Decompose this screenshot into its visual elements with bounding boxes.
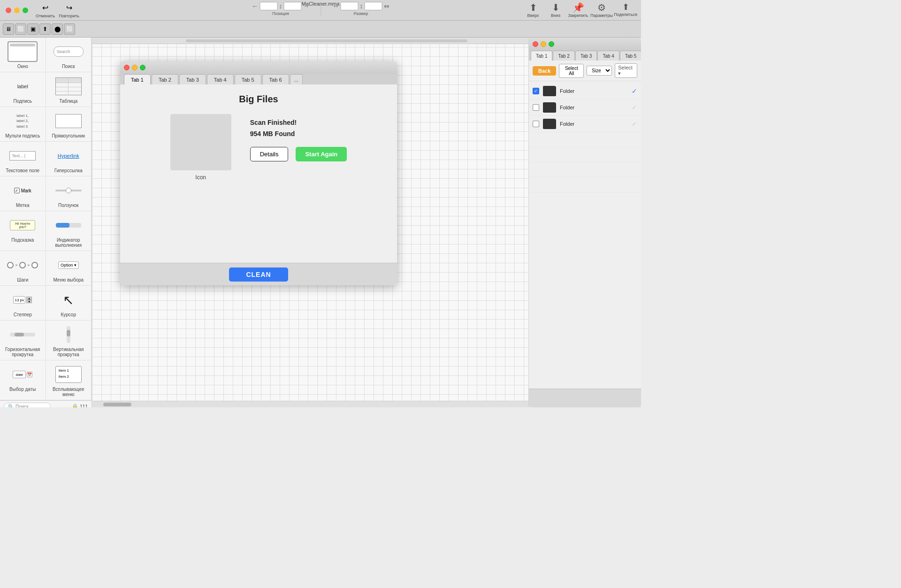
rp-tab-5[interactable]: Tab 5 [620, 51, 641, 61]
x-position-input[interactable] [260, 2, 278, 10]
mockup-min-btn[interactable] [132, 65, 137, 70]
option-shape: Option ▾ [58, 261, 79, 269]
sidebar-item-popupmenu[interactable]: Item 1 Item 2 Всплывающее меню [46, 360, 92, 400]
down-icon: ⬇ [552, 2, 560, 13]
lock-icon: 🔒 [72, 404, 78, 407]
rp-min-btn[interactable] [541, 41, 546, 47]
sidebar-item-optionmenu-label: Меню выбора [53, 277, 84, 283]
height-input[interactable] [365, 2, 382, 10]
tb2-btn-3[interactable]: ▣ [27, 23, 38, 35]
list-item-3[interactable]: Folder ✓ [529, 116, 641, 132]
right-arrow-icon[interactable]: → [303, 3, 310, 9]
sidebar-item-progress[interactable]: Индикатор выполнения [46, 211, 92, 251]
folder-2-checkbox[interactable] [533, 104, 539, 111]
mockup-tab-5[interactable]: Tab 5 [235, 74, 261, 84]
sidebar-item-vscroll[interactable]: Вертикальная прокрутка [46, 321, 92, 360]
mockup-tab-more[interactable]: ... [290, 74, 303, 84]
rp-close-btn[interactable] [533, 41, 538, 47]
sidebar-item-steps[interactable]: Шаги [0, 251, 46, 286]
select-all-button[interactable]: Select All [559, 64, 584, 78]
up-button[interactable]: ⬆ Вверх [523, 2, 543, 18]
rp-tab-3[interactable]: Tab 3 [575, 51, 597, 61]
sidebar-item-textfield-label: Текстовое поле [6, 168, 39, 173]
sidebar-item-cursor[interactable]: ↖ Курсор [46, 286, 92, 321]
clean-button[interactable]: CLEAN [229, 267, 288, 282]
mockup-max-btn[interactable] [140, 65, 145, 70]
sidebar-item-slider[interactable]: Ползунок [46, 176, 92, 211]
sidebar-item-datepicker[interactable]: date 📅 Выбор даты [0, 360, 46, 400]
rp-tab-1[interactable]: Tab 1 [531, 51, 552, 61]
table-preview-icon [53, 76, 84, 97]
list-item-7[interactable] [529, 177, 641, 192]
size-group: ↔ ↕ ⇔ Размер [333, 2, 389, 16]
select-dropdown[interactable]: Select ▾ [615, 63, 637, 78]
size-dropdown[interactable]: Size [587, 66, 612, 76]
up-arrow-icon[interactable]: ↕ [279, 3, 283, 9]
mockup-tab-1[interactable]: Tab 1 [124, 74, 151, 84]
maximize-button[interactable] [23, 8, 28, 13]
pin-button[interactable]: 📌 Закрепить [568, 2, 588, 18]
undo-button[interactable]: ↩ Отменить [36, 2, 55, 18]
tb2-btn-4[interactable]: ⬆ [39, 23, 51, 35]
list-item-2[interactable]: Folder ✓ [529, 99, 641, 116]
start-again-button[interactable]: Start Again [296, 147, 347, 161]
sidebar-item-multilabel[interactable]: label 1,label 2,label 3 Мульти подпись [0, 107, 46, 142]
sidebar-item-hscroll[interactable]: Горизонтальная прокрутка [0, 321, 46, 360]
folder-3-checkbox[interactable] [533, 121, 539, 127]
sidebar-item-label[interactable]: label Подпись [0, 72, 46, 107]
sidebar-item-table[interactable]: Таблица [46, 72, 92, 107]
sidebar-item-search[interactable]: Search Поиск [46, 38, 92, 72]
sidebar-item-hscroll-label: Горизонтальная прокрутка [2, 347, 44, 357]
sidebar-item-checkbox[interactable]: ✓ Mark Метка [0, 176, 46, 211]
canvas-area[interactable]: Tab 1 Tab 2 Tab 3 Tab 4 Tab 5 Tab 6 ... … [92, 38, 528, 407]
share-button[interactable]: ⬆ Поделиться [614, 2, 637, 17]
list-item-1[interactable]: Folder ✓ [529, 83, 641, 99]
cursor-preview-icon: ↖ [53, 290, 84, 310]
monitor-icon[interactable]: 🖥 [3, 23, 14, 35]
redo-button[interactable]: ↪ Повторить [59, 2, 79, 18]
folder-2-icon [543, 102, 556, 113]
mockup-tab-6[interactable]: Tab 6 [262, 74, 289, 84]
height-icon: ↕ [360, 3, 363, 9]
size-inputs: ↔ ↕ ⇔ [333, 2, 389, 10]
params-icon: ⚙ [597, 2, 606, 13]
sidebar-item-rectangle[interactable]: Прямоугольник [46, 107, 92, 142]
sidebar-item-label-label: Подпись [13, 99, 32, 104]
mockup-close-btn[interactable] [124, 65, 130, 70]
sidebar-item-window-label: Окно [17, 64, 28, 69]
sidebar-item-optionmenu[interactable]: Option ▾ Меню выбора [46, 251, 92, 286]
sidebar-item-stepper[interactable]: 13 px ▲ ▼ Степпер [0, 286, 46, 321]
minimize-button[interactable] [14, 8, 20, 13]
rp-max-btn[interactable] [549, 41, 554, 47]
tb2-btn-2[interactable]: ⬜ [15, 23, 26, 35]
sidebar-item-textfield[interactable]: Text... | Текстовое поле [0, 142, 46, 176]
right-panel: Tab 1 Tab 2 Tab 3 Tab 4 Tab 5 Tab Back S… [528, 38, 641, 407]
list-item-5[interactable] [529, 147, 641, 162]
tb2-btn-6[interactable]: ⬜ [64, 23, 75, 35]
scan-finished-text: Scan Finished! [250, 119, 297, 126]
list-item-6[interactable] [529, 162, 641, 177]
sidebar-item-tooltip[interactable]: Hi! How're you? Подсказка [0, 211, 46, 251]
sidebar-item-window[interactable]: Окно [0, 38, 46, 72]
down-button[interactable]: ⬇ Вниз [545, 2, 566, 18]
rp-tab-4[interactable]: Tab 4 [597, 51, 619, 61]
mockup-tab-3[interactable]: Tab 3 [179, 74, 206, 84]
rp-tab-2[interactable]: Tab 2 [553, 51, 574, 61]
y-position-input[interactable] [284, 2, 302, 10]
left-arrow-icon[interactable]: ← [252, 3, 259, 9]
folder-1-checkbox[interactable] [533, 88, 539, 94]
back-button[interactable]: Back [533, 66, 556, 76]
mockup-tab-2[interactable]: Tab 2 [152, 74, 178, 84]
bottom-scrollbar[interactable] [92, 401, 528, 407]
close-button[interactable] [6, 8, 11, 13]
mockup-tab-4[interactable]: Tab 4 [207, 74, 234, 84]
tb2-btn-5[interactable]: ⬤ [52, 23, 63, 35]
sidebar-item-hyperlink[interactable]: Hyperlink Гиперссылка [46, 142, 92, 176]
sidebar-search-field[interactable]: 🔍 Поиск [4, 403, 51, 407]
pin-label: Закрепить [568, 13, 588, 18]
folder-1-icon [543, 86, 556, 96]
list-item-4[interactable] [529, 132, 641, 147]
params-button[interactable]: ⚙ Параметры [590, 2, 613, 18]
details-button[interactable]: Details [250, 147, 289, 161]
width-input[interactable] [341, 2, 359, 10]
